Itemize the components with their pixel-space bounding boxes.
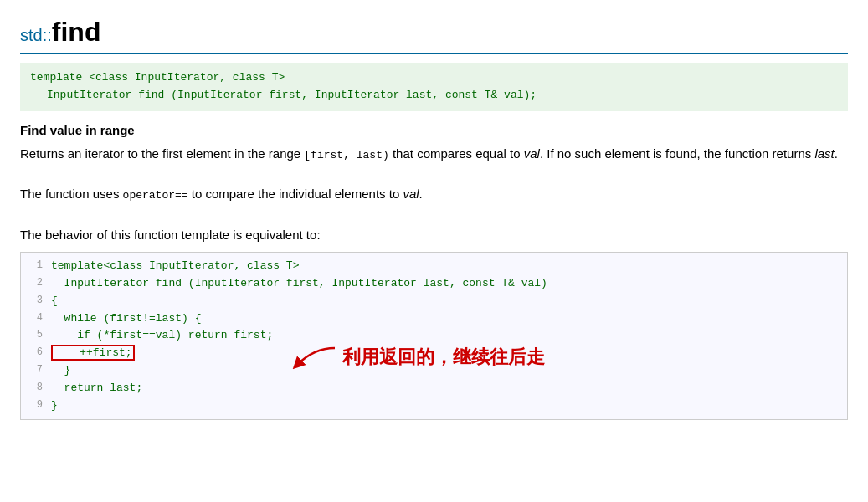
line-number: 6 <box>28 345 43 361</box>
annotation-arrow-container: 利用返回的，继续往后走 <box>289 343 545 373</box>
arrow-icon <box>289 343 339 373</box>
line-number: 2 <box>28 275 43 291</box>
code-line: 8 return last; <box>21 380 847 397</box>
code-line: 5 if (*first==val) return first; <box>21 327 847 345</box>
line-content: } <box>51 362 70 380</box>
page-header: std::find <box>20 17 848 54</box>
signature-line2: InputIterator find (InputIterator first,… <box>47 87 838 105</box>
desc2-code: operator== <box>123 189 188 202</box>
function-signature: template <class InputIterator, class T> … <box>20 63 848 111</box>
code-line: 4 while (first!=last) { <box>21 310 847 328</box>
desc2-after: to compare the individual elements to <box>188 187 403 201</box>
line-content: while (first!=last) { <box>51 310 201 328</box>
line-number: 7 <box>28 362 43 378</box>
line-number: 5 <box>28 327 43 343</box>
page-title: std::find <box>20 17 848 54</box>
code-block: 1template<class InputIterator, class T>2… <box>20 252 848 420</box>
annotation-text: 利用返回的，继续往后走 <box>342 344 545 373</box>
desc2-before: The function uses <box>20 187 123 201</box>
desc1-italic2: last <box>814 146 834 161</box>
desc1-after: that compares equal to <box>389 146 524 161</box>
namespace-label: std:: <box>20 26 52 44</box>
equiv-label: The behavior of this function template i… <box>20 225 848 245</box>
line-number: 9 <box>28 397 43 413</box>
desc2-end: . <box>419 187 423 201</box>
line-number: 1 <box>28 258 43 274</box>
desc1-italic: val <box>524 146 540 161</box>
desc2-italic: val <box>403 187 419 201</box>
desc1-before: Returns an iterator to the first element… <box>20 146 304 161</box>
line-content: } <box>51 397 58 415</box>
code-line: 2 InputIterator find (InputIterator firs… <box>21 275 847 293</box>
signature-line1: template <class InputIterator, class T> <box>30 69 838 87</box>
desc1-code: [first, last) <box>304 149 388 161</box>
code-line: 1template<class InputIterator, class T> <box>21 258 847 275</box>
line-content: { <box>51 293 58 310</box>
line-content: return last; <box>51 380 142 397</box>
desc1-end: . If no such element is found, the funct… <box>540 146 815 161</box>
line-content: ++first; <box>51 345 135 362</box>
line-content: template<class InputIterator, class T> <box>51 258 299 275</box>
code-line: 3{ <box>21 293 847 310</box>
section-title: Find value in range <box>20 123 848 137</box>
desc1-end2: . <box>835 146 838 161</box>
description2: The function uses operator== to compare … <box>20 184 848 205</box>
line-number: 3 <box>28 293 43 309</box>
description1: Returns an iterator to the first element… <box>20 144 848 165</box>
line-content: InputIterator find (InputIterator first,… <box>51 275 547 293</box>
line-number: 8 <box>28 380 43 396</box>
line-content: if (*first==val) return first; <box>51 327 273 345</box>
code-line: 9} <box>21 397 847 415</box>
line-number: 4 <box>28 310 43 326</box>
